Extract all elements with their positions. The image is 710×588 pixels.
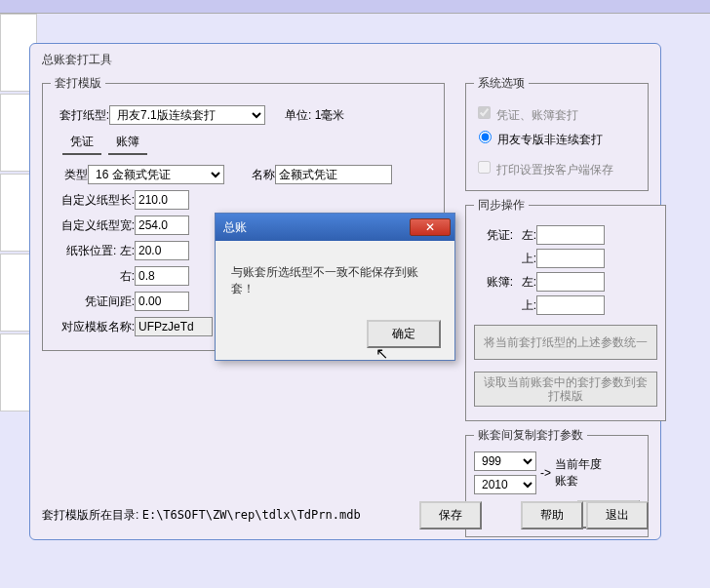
template-legend: 套打模版 [51,75,105,92]
tab-ledger[interactable]: 账簿 [108,131,147,155]
chk-bundle [478,106,491,119]
dialog-title: 总账 [223,219,247,236]
tab-voucher[interactable]: 凭证 [62,131,101,155]
gap-input[interactable] [135,292,189,311]
help-button[interactable]: 帮助 [521,501,583,529]
sync-fieldset: 同步操作 凭证: 左: 上: 账簿: 左: 上: 将当前套打纸型的上述参 [465,197,666,421]
sync-zb-label: 账簿: [474,274,513,291]
sync-top-label: 上: [513,251,536,267]
pos-left-label: 纸张位置: 左: [51,243,135,259]
sync-pz-label: 凭证: [474,227,513,244]
sync-zb-top[interactable] [536,295,605,315]
wid-label: 自定义纸型宽: [51,217,135,234]
top-strip [0,0,710,14]
sync-pz-top[interactable] [536,249,605,268]
type-label: 类型 [59,167,88,183]
sync-left-label2: 左: [513,274,536,291]
paper-label: 套打纸型: [51,107,109,124]
chk-clientsave [478,161,491,174]
copy-target-label: 当前年度账套 [555,456,602,490]
tmplname-input [135,317,213,336]
radio-nonconsec[interactable] [479,131,492,143]
close-icon[interactable]: ✕ [410,218,451,236]
sysopt-legend: 系统选项 [474,75,529,92]
sync-unify-button: 将当前套打纸型的上述参数统一 [474,325,657,360]
name-input[interactable] [275,165,392,184]
sysopt-fieldset: 系统选项 凭证、账簿套打 用友专版非连续套打 打印设置按客户端保存 [465,75,649,191]
sync-left-label: 左: [513,227,536,244]
gap-label: 凭证间距: [51,294,135,310]
sync-read-button: 读取当前账套中的套打参数到套打模版 [474,372,657,407]
message-dialog: 总账 ✕ 与账套所选纸型不一致不能保存到账套！ 确定 [215,213,455,361]
exit-button[interactable]: 退出 [586,501,649,529]
dialog-message: 与账套所选纸型不一致不能保存到账套！ [216,241,454,321]
window-title: 总账套打工具 [30,44,660,68]
sync-top-label2: 上: [513,297,536,314]
pos-right-label: 右: [51,268,135,285]
len-label: 自定义纸型长: [51,192,135,209]
type-select[interactable]: 16 金额式凭证 [88,165,224,184]
sync-zb-left[interactable] [536,272,605,292]
tmplname-label: 对应模板名称: [51,319,135,335]
copy-legend: 账套间复制套打参数 [474,427,587,444]
path-label: 套打模版所在目录: [42,508,138,522]
ok-button[interactable]: 确定 [367,320,441,348]
copy-year-select[interactable]: 2010 [474,475,536,494]
paper-select[interactable]: 用友7.1版连续套打 [109,105,265,125]
pos-right-input[interactable] [135,266,189,286]
save-button[interactable]: 保存 [419,501,482,529]
unit-label: 单位: 1毫米 [285,107,344,124]
name-label: 名称 [236,167,275,183]
sync-pz-left[interactable] [536,225,605,245]
sync-legend: 同步操作 [474,197,529,214]
path-value: E:\T6SOFT\ZW\rep\tdlx\TdPrn.mdb [142,508,361,522]
pos-left-input[interactable] [135,241,189,260]
copy-acct-select[interactable]: 999 [474,451,536,471]
len-input[interactable] [135,190,189,210]
wid-input[interactable] [135,216,189,235]
arrow-icon: -> [540,466,551,480]
